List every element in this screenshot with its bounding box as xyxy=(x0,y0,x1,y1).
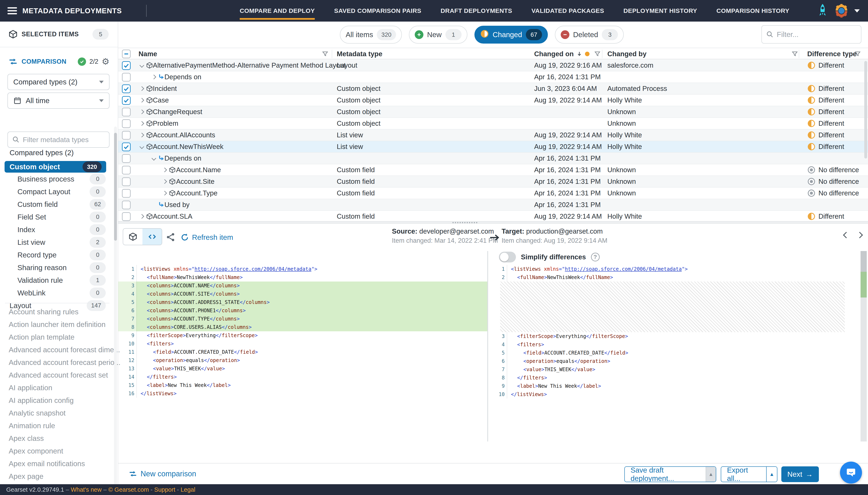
metadata-type-search-input[interactable] xyxy=(23,136,102,144)
expand-chevron-icon[interactable] xyxy=(152,156,156,161)
export-all-caret[interactable]: ▲ xyxy=(766,467,777,482)
table-filter-input[interactable] xyxy=(777,30,851,39)
row-checkbox[interactable] xyxy=(122,154,131,163)
sidebar-scrollbar[interactable] xyxy=(114,126,117,495)
table-row[interactable]: Account.Name Custom field Apr 16, 2024 1… xyxy=(118,164,868,176)
prev-diff-chevron-icon[interactable] xyxy=(843,232,849,238)
filter-funnel-icon[interactable] xyxy=(594,48,601,60)
nav-tab[interactable]: COMPARE AND DEPLOY xyxy=(240,7,315,14)
row-checkbox[interactable] xyxy=(122,189,131,198)
expand-chevron-icon[interactable] xyxy=(140,121,144,126)
sidebar-type-item[interactable]: Analytic snapshot xyxy=(0,407,118,419)
col-header-type[interactable]: Metadata type xyxy=(337,48,383,60)
table-scrollbar[interactable] xyxy=(864,61,867,158)
table-row[interactable]: Incident Custom object Jun 3, 2023 6:04 … xyxy=(118,83,868,95)
sidebar-type-item[interactable]: Action plan template xyxy=(0,331,118,343)
expand-chevron-icon[interactable] xyxy=(140,144,144,149)
table-row[interactable]: Account.NewThisWeek List view Aug 19, 20… xyxy=(118,141,868,153)
sidebar-type-item[interactable]: AI application xyxy=(0,381,118,394)
code-view-button[interactable] xyxy=(142,228,162,245)
sidebar-type-item[interactable]: Compact Layout 0 xyxy=(0,185,118,198)
sidebar-type-item[interactable]: Business process 0 xyxy=(0,173,118,185)
row-checkbox[interactable] xyxy=(122,166,131,174)
export-all-button[interactable]: Export all... ▲ xyxy=(721,466,777,482)
col-header-diff-type[interactable]: Difference type xyxy=(807,48,856,60)
expand-chevron-icon[interactable] xyxy=(162,191,167,195)
col-header-name[interactable]: Name xyxy=(139,48,157,60)
table-row[interactable]: Account.AllAccounts List view Aug 19, 20… xyxy=(118,130,868,141)
share-icon[interactable] xyxy=(165,232,176,243)
row-checkbox[interactable] xyxy=(122,84,131,93)
expand-chevron-icon[interactable] xyxy=(162,179,167,184)
new-comparison-button[interactable]: New comparison xyxy=(128,470,196,478)
sidebar-type-item[interactable]: Custom object 320 xyxy=(4,161,106,173)
row-checkbox[interactable] xyxy=(122,119,131,128)
sidebar-type-item[interactable]: Advanced account forecast perio... xyxy=(0,356,118,369)
simplify-toggle[interactable] xyxy=(499,252,516,262)
splitter-grip[interactable] xyxy=(453,222,477,223)
nav-tab[interactable]: DEPLOYMENT HISTORY xyxy=(623,7,697,14)
gearset-link[interactable]: © Gearset.com xyxy=(108,486,149,493)
row-checkbox[interactable] xyxy=(122,142,131,151)
next-button[interactable]: Next → xyxy=(781,466,819,482)
sidebar-type-item[interactable]: Action launcher item definition xyxy=(0,318,118,331)
sidebar-type-item[interactable]: Advanced account forecast set xyxy=(0,369,118,381)
nav-tab[interactable]: VALIDATED PACKAGES xyxy=(531,7,604,14)
table-row[interactable]: Account.SLA Custom field Aug 19, 2022 9:… xyxy=(118,211,868,222)
table-row[interactable]: AlternativePaymentMethod-Alternative Pay… xyxy=(118,60,868,71)
comparison-settings-icon[interactable]: ⚙ xyxy=(102,57,109,66)
sidebar-type-item[interactable]: Custom field 62 xyxy=(0,198,118,210)
sidebar-type-item[interactable]: Advanced account forecast dime... xyxy=(0,343,118,356)
item-view-button[interactable] xyxy=(123,228,142,245)
user-avatar-gear[interactable] xyxy=(834,4,849,18)
expand-chevron-icon[interactable] xyxy=(140,86,144,91)
sidebar-type-item[interactable]: Index 0 xyxy=(0,223,118,236)
filter-pill-changed[interactable]: Changed 67 xyxy=(475,26,548,44)
refresh-item-button[interactable]: Refresh item xyxy=(180,224,233,251)
table-row[interactable]: Account.Site Custom field Apr 16, 2024 1… xyxy=(118,176,868,188)
expand-chevron-icon[interactable] xyxy=(162,168,167,172)
help-icon[interactable]: ? xyxy=(591,253,600,261)
time-filter-dropdown[interactable]: All time xyxy=(7,92,109,109)
comparison-label[interactable]: COMPARISON xyxy=(21,58,66,65)
chat-widget-button[interactable] xyxy=(840,462,862,483)
filter-pill-deleted[interactable]: Deleted 3 xyxy=(555,26,624,44)
col-header-changed-on[interactable]: Changed on xyxy=(534,48,589,60)
table-row[interactable]: Account.Type Custom field Apr 16, 2024 1… xyxy=(118,188,868,199)
row-checkbox[interactable] xyxy=(122,177,131,186)
table-row[interactable]: Depends on Apr 16, 2024 1:31 PM xyxy=(118,153,868,164)
select-all-checkbox[interactable] xyxy=(122,50,131,58)
sidebar-type-item[interactable]: List view 2 xyxy=(0,236,118,249)
support-link[interactable]: Support xyxy=(154,486,175,493)
table-row[interactable]: Problem Custom object Unknown Different xyxy=(118,118,868,130)
sidebar-type-item[interactable]: Animation rule xyxy=(0,419,118,432)
sidebar-type-item[interactable]: AI application config xyxy=(0,394,118,407)
expand-chevron-icon[interactable] xyxy=(140,98,144,103)
rocket-icon[interactable] xyxy=(817,3,829,18)
table-row[interactable]: Depends on Apr 16, 2024 1:31 PM xyxy=(118,71,868,83)
hamburger-menu-icon[interactable] xyxy=(7,7,17,14)
row-checkbox[interactable] xyxy=(122,131,131,140)
expand-chevron-icon[interactable] xyxy=(140,133,144,138)
col-header-changed-by[interactable]: Changed by xyxy=(607,48,646,60)
sidebar-type-item[interactable]: Validation rule 1 xyxy=(0,274,118,287)
expand-chevron-icon[interactable] xyxy=(140,214,144,219)
sidebar-type-item[interactable]: Apex component xyxy=(0,445,118,457)
sidebar-type-item[interactable]: Record type 0 xyxy=(0,249,118,261)
table-row[interactable]: Case Custom object Aug 19, 2022 9:14 AM … xyxy=(118,95,868,106)
diff-overview-ruler[interactable] xyxy=(861,251,867,442)
expand-chevron-icon[interactable] xyxy=(152,75,156,80)
save-draft-caret[interactable]: ▲ xyxy=(706,467,716,482)
row-checkbox[interactable] xyxy=(122,201,131,209)
selected-items-header[interactable]: SELECTED ITEMS 5 xyxy=(0,21,118,47)
whats-new-link[interactable]: What's new xyxy=(71,486,102,493)
nav-tab[interactable]: DRAFT DEPLOYMENTS xyxy=(441,7,512,14)
panel-splitter[interactable] xyxy=(118,221,868,224)
sidebar-type-item[interactable]: Sharing reason 0 xyxy=(0,261,118,274)
expand-chevron-icon[interactable] xyxy=(140,109,144,114)
sidebar-type-item[interactable]: Account sharing rules xyxy=(0,305,118,318)
legal-link[interactable]: Legal xyxy=(181,486,195,493)
sidebar-type-item[interactable]: Apex email notifications xyxy=(0,457,118,470)
compared-types-dropdown[interactable]: Compared types (2) xyxy=(7,74,109,90)
table-row[interactable]: Used by Apr 16, 2024 1:31 PM xyxy=(118,199,868,211)
